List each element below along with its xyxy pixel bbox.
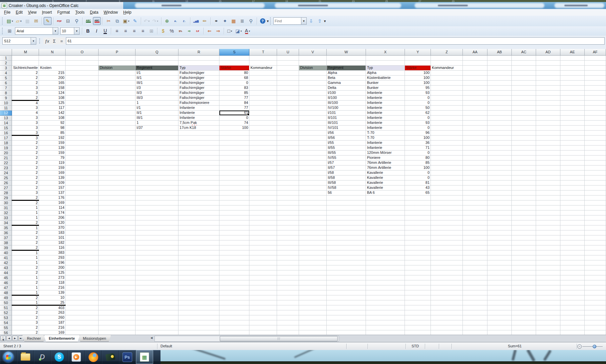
cell-S44[interactable] bbox=[219, 270, 249, 275]
cell-P15[interactable] bbox=[99, 125, 136, 130]
cell-S49[interactable] bbox=[219, 295, 249, 300]
cell-N45[interactable]: 273 bbox=[39, 275, 66, 280]
cell-AD38[interactable] bbox=[536, 240, 560, 245]
cell-N21[interactable]: 79 bbox=[39, 155, 66, 160]
cell-O23[interactable] bbox=[66, 165, 99, 170]
cell-AA40[interactable] bbox=[463, 250, 487, 255]
cell-Q40[interactable] bbox=[136, 250, 178, 255]
cell-X9[interactable]: Infanterie bbox=[366, 95, 405, 100]
cell-R6[interactable]: Fallschirmjäger bbox=[178, 80, 219, 85]
open-document-button[interactable]: ▱▾ bbox=[15, 17, 23, 25]
cell-Y27[interactable]: 43 bbox=[405, 185, 431, 190]
cell-Z17[interactable] bbox=[431, 135, 463, 140]
cell-V47[interactable] bbox=[299, 285, 327, 290]
cell-N56[interactable]: 169 bbox=[39, 330, 66, 335]
cell-Z40[interactable] bbox=[431, 250, 463, 255]
cell-N23[interactable]: 159 bbox=[39, 165, 66, 170]
cell-O48[interactable] bbox=[66, 290, 99, 295]
cell-AE20[interactable] bbox=[560, 150, 584, 155]
cell-AC2[interactable] bbox=[511, 60, 536, 65]
cell-AE50[interactable] bbox=[560, 300, 584, 305]
cell-R29[interactable] bbox=[178, 195, 219, 200]
cell-R30[interactable] bbox=[178, 200, 219, 205]
cell-X34[interactable] bbox=[366, 220, 405, 225]
cell-AD24[interactable] bbox=[536, 170, 560, 175]
cell-AA14[interactable] bbox=[463, 120, 487, 125]
cell-N46[interactable]: 118 bbox=[39, 280, 66, 285]
cell-AB12[interactable] bbox=[487, 110, 512, 115]
cell-M56[interactable]: 2 bbox=[12, 330, 39, 335]
cell-AB22[interactable] bbox=[487, 160, 512, 165]
cell-AD15[interactable] bbox=[536, 125, 560, 130]
open-document-dropdown-icon[interactable]: ▾ bbox=[20, 20, 22, 23]
cell-AD19[interactable] bbox=[536, 145, 560, 150]
cell-AB26[interactable] bbox=[487, 180, 512, 185]
increase-indent-button[interactable]: ⇒ bbox=[214, 27, 222, 35]
cell-AE36[interactable] bbox=[560, 230, 584, 235]
cell-X19[interactable]: Infanterie bbox=[366, 145, 405, 150]
cell-AB23[interactable] bbox=[487, 165, 512, 170]
cell-P1[interactable] bbox=[99, 55, 136, 60]
font-size-combo-dropdown-icon[interactable]: ▼ bbox=[74, 28, 79, 34]
cell-Z1[interactable] bbox=[431, 55, 463, 60]
cell-O40[interactable] bbox=[66, 250, 99, 255]
cell-AA35[interactable] bbox=[463, 225, 487, 230]
cell-AE11[interactable] bbox=[560, 105, 584, 110]
cell-N1[interactable] bbox=[39, 55, 66, 60]
cell-S37[interactable] bbox=[219, 235, 249, 240]
cell-AE9[interactable] bbox=[560, 95, 584, 100]
cell-AD4[interactable] bbox=[536, 70, 560, 75]
cell-R52[interactable] bbox=[178, 310, 219, 315]
cell-Y44[interactable] bbox=[405, 270, 431, 275]
percent-format-button[interactable]: % bbox=[168, 27, 176, 35]
cell-U42[interactable] bbox=[277, 260, 299, 265]
cell-R3[interactable]: Typ bbox=[178, 65, 219, 70]
cell-AD17[interactable] bbox=[536, 135, 560, 140]
taskbar-camera[interactable] bbox=[102, 350, 119, 364]
cell-R20[interactable] bbox=[178, 150, 219, 155]
cell-Y12[interactable]: 62 bbox=[405, 110, 431, 115]
cell-Y43[interactable] bbox=[405, 265, 431, 270]
row-header-23[interactable]: 23 bbox=[0, 165, 12, 170]
cell-M43[interactable]: 2 bbox=[12, 265, 39, 270]
cell-V30[interactable] bbox=[299, 200, 327, 205]
cell-AE34[interactable] bbox=[560, 220, 584, 225]
cell-W17[interactable]: II/56 bbox=[327, 135, 366, 140]
cell-AB32[interactable] bbox=[487, 210, 512, 215]
cell-AA42[interactable] bbox=[463, 260, 487, 265]
cell-V14[interactable] bbox=[299, 120, 327, 125]
cell-AF44[interactable] bbox=[584, 270, 606, 275]
zoom-button[interactable]: ⚲ bbox=[247, 17, 255, 25]
cell-T52[interactable] bbox=[249, 310, 277, 315]
cell-V24[interactable] bbox=[299, 170, 327, 175]
cell-Y52[interactable] bbox=[405, 310, 431, 315]
cell-M49[interactable]: 2 bbox=[12, 295, 39, 300]
cell-Q6[interactable]: III/1 bbox=[136, 80, 178, 85]
cell-O50[interactable] bbox=[66, 300, 99, 305]
cell-T29[interactable] bbox=[249, 195, 277, 200]
cell-AD37[interactable] bbox=[536, 235, 560, 240]
cell-S5[interactable]: 68 bbox=[219, 75, 249, 80]
row-header-13[interactable]: 13 bbox=[0, 115, 12, 120]
cell-W30[interactable] bbox=[327, 200, 366, 205]
cell-AE21[interactable] bbox=[560, 155, 584, 160]
cell-AC35[interactable] bbox=[511, 225, 536, 230]
row-header-27[interactable]: 27 bbox=[0, 185, 12, 190]
cell-Z51[interactable] bbox=[431, 305, 463, 310]
cell-X36[interactable] bbox=[366, 230, 405, 235]
cell-W3[interactable]: Regiment bbox=[327, 65, 366, 70]
cell-M25[interactable]: 2 bbox=[12, 175, 39, 180]
cell-X13[interactable]: Infanterie bbox=[366, 115, 405, 120]
cell-V50[interactable] bbox=[299, 300, 327, 305]
cell-AD27[interactable] bbox=[536, 185, 560, 190]
cell-X35[interactable] bbox=[366, 225, 405, 230]
cell-Q20[interactable] bbox=[136, 150, 178, 155]
cell-AE55[interactable] bbox=[560, 325, 584, 330]
cell-S48[interactable] bbox=[219, 290, 249, 295]
cell-X5[interactable]: Küstenbatterie bbox=[366, 75, 405, 80]
cell-Q8[interactable]: II/3 bbox=[136, 90, 178, 95]
cell-P6[interactable] bbox=[99, 80, 136, 85]
column-header-N[interactable]: N bbox=[39, 49, 66, 55]
cell-X44[interactable] bbox=[366, 270, 405, 275]
row-header-24[interactable]: 24 bbox=[0, 170, 12, 175]
